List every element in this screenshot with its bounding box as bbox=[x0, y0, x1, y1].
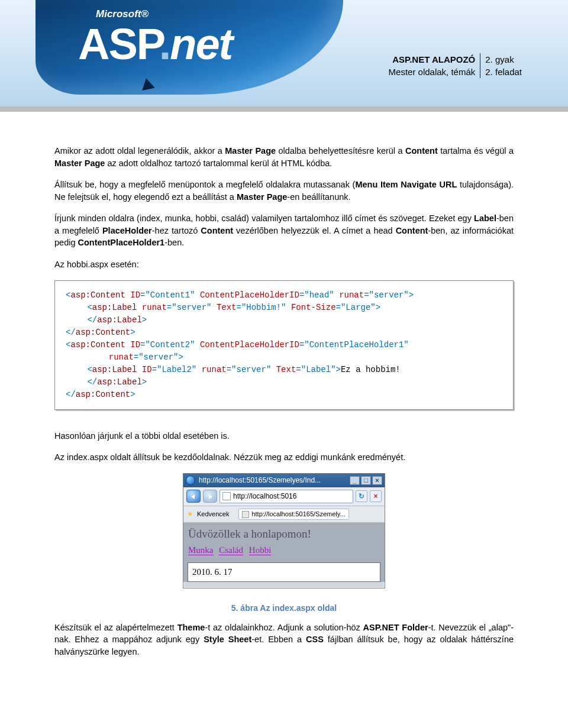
paragraph-4: Az hobbi.aspx esetén: bbox=[54, 258, 514, 271]
task-number: 2. feladat bbox=[485, 66, 522, 78]
browser-tab[interactable]: http://localhost:50165/Szemely... bbox=[238, 509, 348, 520]
close-icon[interactable]: × bbox=[372, 476, 382, 485]
paragraph-1: Amikor az adott oldal legenerálódik, akk… bbox=[54, 145, 514, 169]
page-content: Amikor az adott oldal legenerálódik, akk… bbox=[0, 112, 568, 691]
site-menu: Munka Család Hobbi bbox=[183, 543, 385, 559]
asp-net-logo: ASP.net bbox=[78, 19, 232, 69]
stop-icon[interactable]: × bbox=[370, 490, 382, 502]
favorites-label[interactable]: Kedvencek bbox=[197, 510, 229, 519]
favorites-bar: ★ Kedvencek http://localhost:50165/Szeme… bbox=[183, 506, 385, 523]
separator-bar bbox=[0, 106, 568, 112]
code-block: <asp:Content ID="Content1" ContentPlaceH… bbox=[54, 280, 514, 410]
back-button[interactable] bbox=[186, 490, 201, 503]
asp-text: ASP bbox=[78, 20, 159, 69]
minimize-icon[interactable]: _ bbox=[350, 476, 360, 485]
browser-screenshot: http://localhost:50165/Szemelyes/Ind... … bbox=[183, 473, 385, 588]
net-text: net bbox=[170, 20, 232, 69]
tab-icon bbox=[242, 511, 249, 518]
page-header-meta: ASP.NET ALAPOZÓ Mester oldalak, témák 2.… bbox=[389, 53, 522, 78]
paragraph-5: Hasonlóan járjunk el a többi oldal eseté… bbox=[54, 430, 514, 442]
date-card: 2010. 6. 17 bbox=[188, 562, 380, 582]
paragraph-2: Állítsuk be, hogy a megfelelő menüpontok… bbox=[54, 179, 514, 203]
tab-label: http://localhost:50165/Szemely... bbox=[251, 510, 345, 519]
logo-dot: . bbox=[159, 20, 170, 69]
menu-csalad[interactable]: Család bbox=[219, 545, 243, 555]
divider bbox=[480, 53, 480, 78]
paragraph-7: Készítsük el az alapértelmezett Theme-t … bbox=[54, 622, 514, 658]
browser-viewport: Üdvözöllek a honlapomon! Munka Család Ho… bbox=[183, 523, 385, 582]
menu-munka[interactable]: Munka bbox=[188, 545, 214, 555]
site-welcome: Üdvözöllek a honlapomon! bbox=[183, 523, 385, 543]
course-title: ASP.NET ALAPOZÓ bbox=[389, 53, 476, 66]
refresh-icon[interactable]: ↻ bbox=[356, 490, 367, 502]
lesson-number: 2. gyak bbox=[485, 53, 522, 66]
paragraph-3: Írjunk minden oldalra (index, munka, hob… bbox=[54, 212, 514, 249]
ie-icon bbox=[186, 475, 195, 485]
browser-nav: http://localhost:5016 ↻ × bbox=[183, 487, 385, 506]
forward-button[interactable] bbox=[203, 490, 217, 503]
browser-title: http://localhost:50165/Szemelyes/Ind... bbox=[199, 475, 346, 486]
browser-titlebar: http://localhost:50165/Szemelyes/Ind... … bbox=[183, 474, 385, 487]
hero-banner: Microsoft® ASP.net ASP.NET ALAPOZÓ Meste… bbox=[0, 0, 568, 106]
star-icon[interactable]: ★ bbox=[187, 509, 193, 519]
page-icon bbox=[222, 492, 231, 500]
window-controls: _ □ × bbox=[350, 476, 382, 485]
menu-hobbi[interactable]: Hobbi bbox=[249, 545, 272, 555]
microsoft-label: Microsoft® bbox=[96, 8, 149, 20]
figure-caption: 5. ábra Az index.aspx oldal bbox=[54, 603, 514, 614]
maximize-icon[interactable]: □ bbox=[361, 476, 371, 485]
course-subtitle: Mester oldalak, témák bbox=[389, 66, 476, 78]
paragraph-6: Az index.aspx oldalt állítsuk be kezdőol… bbox=[54, 451, 514, 464]
address-bar[interactable]: http://localhost:5016 bbox=[220, 490, 353, 503]
address-text: http://localhost:5016 bbox=[233, 491, 296, 501]
